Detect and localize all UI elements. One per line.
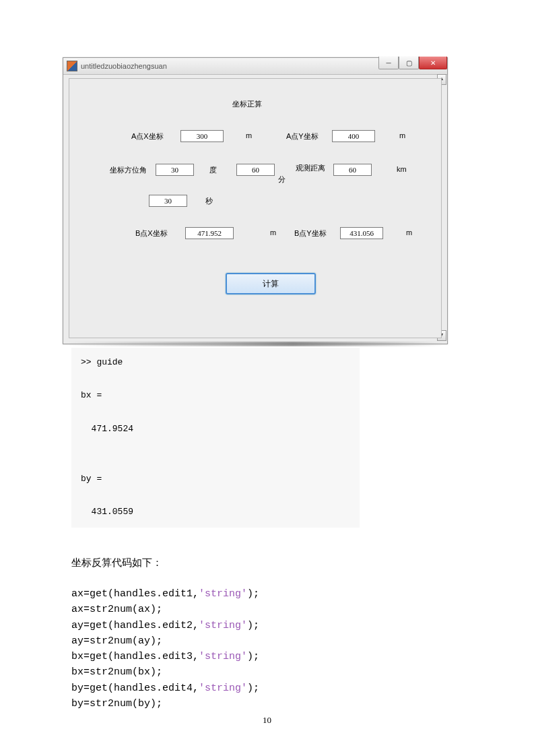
minute-label: 分 xyxy=(278,175,286,185)
distance-unit: km xyxy=(397,165,407,173)
ay-unit: m xyxy=(399,131,405,139)
minimize-button[interactable]: ─ xyxy=(378,57,399,69)
titlebar: untitledzuobiaozhengsuan ─ ▢ ✕ xyxy=(63,58,447,75)
bx-label: B点X坐标 xyxy=(135,228,168,239)
by-output[interactable]: 431.056 xyxy=(340,227,383,239)
distance-input[interactable]: 60 xyxy=(333,164,372,176)
window-buttons: ─ ▢ ✕ xyxy=(378,57,447,69)
heading-label: 坐标正算 xyxy=(232,99,262,109)
ax-label: A点X坐标 xyxy=(131,131,164,141)
ax-input[interactable]: 300 xyxy=(180,130,224,142)
second-input[interactable]: 30 xyxy=(149,195,187,207)
gui-panel: 坐标正算 A点X坐标 300 m A点Y坐标 400 m 坐标方位角 30 度 … xyxy=(69,78,442,338)
window-shadow xyxy=(65,342,444,346)
azimuth-label: 坐标方位角 xyxy=(110,165,147,175)
close-button[interactable]: ✕ xyxy=(419,57,447,69)
distance-label: 观测距离 xyxy=(296,163,325,173)
ay-input[interactable]: 400 xyxy=(332,130,375,142)
matlab-figure-window: untitledzuobiaozhengsuan ─ ▢ ✕ ▴ ▾ 坐标正算 … xyxy=(63,57,448,344)
bx-unit: m xyxy=(270,228,276,237)
code-block: ax=get(handles.edit1,'string'); ax=str2n… xyxy=(71,586,259,712)
bx-output[interactable]: 471.952 xyxy=(185,227,234,239)
minute-input[interactable]: 60 xyxy=(236,164,275,176)
maximize-button[interactable]: ▢ xyxy=(399,57,419,69)
page-number: 10 xyxy=(0,715,534,726)
ay-label: A点Y坐标 xyxy=(286,131,319,141)
calculate-button[interactable]: 计算 xyxy=(226,273,316,294)
ax-unit: m xyxy=(246,131,252,139)
by-unit: m xyxy=(406,228,412,237)
window-title: untitledzuobiaozhengsuan xyxy=(81,62,167,70)
matlab-icon xyxy=(67,61,77,71)
by-label: B点Y坐标 xyxy=(294,228,327,239)
degree-label: 度 xyxy=(209,165,217,175)
code-heading: 坐标反算代码如下： xyxy=(71,557,162,569)
second-label: 秒 xyxy=(205,196,213,206)
degree-input[interactable]: 30 xyxy=(156,164,194,176)
command-window-output: >> guide bx = 471.9524 by = 431.0559 xyxy=(71,348,360,528)
